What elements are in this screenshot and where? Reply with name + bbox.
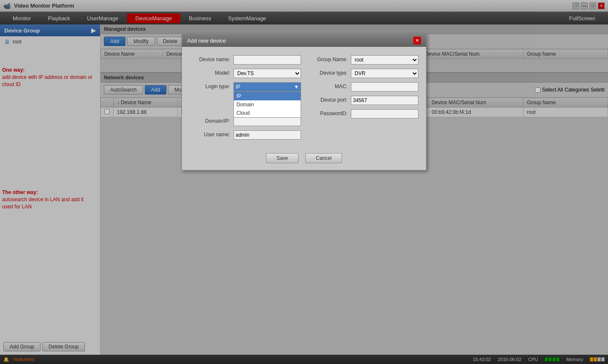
devicetype-select[interactable]: DVR (351, 69, 418, 78)
form-right-col: Group Name: root Device type: DVR MAC: (309, 55, 418, 140)
logintype-option-ip[interactable]: IP (234, 92, 301, 100)
password-label: PasswordD: (309, 109, 347, 116)
logintype-option-cloud[interactable]: Cloud (234, 109, 301, 117)
dialog-body: Device name: Model: Dev.TS Login type: (182, 47, 426, 148)
model-select[interactable]: Dev.TS (233, 69, 301, 78)
dialog-form: Device name: Model: Dev.TS Login type: (192, 55, 416, 140)
username-label: User name: (192, 130, 230, 138)
form-row-password: PasswordD: (309, 109, 418, 119)
model-label: Model: (192, 69, 230, 76)
mac-input[interactable] (351, 82, 418, 92)
mac-label: MAC: (309, 82, 347, 89)
form-row-mac: MAC: (309, 82, 418, 92)
form-row-model: Model: Dev.TS (192, 69, 301, 78)
deviceport-input[interactable] (351, 96, 418, 105)
domainip-label: Domain/IP: (192, 117, 230, 124)
dialog-title-text: Add new device (187, 38, 226, 44)
dialog-title-bar: Add new device ✕ (182, 34, 426, 47)
form-row-devicetype: Device type: DVR (309, 69, 418, 78)
cancel-button[interactable]: Cancel (305, 153, 342, 163)
add-device-dialog: Add new device ✕ Device name: Model: Dev… (182, 34, 426, 170)
save-button[interactable]: Save (266, 153, 299, 163)
logintype-selected[interactable]: IP ▼ (233, 82, 301, 92)
form-row-groupname: Group Name: root (309, 55, 418, 65)
devicename-label: Device name: (192, 55, 230, 62)
username-input[interactable] (233, 130, 301, 140)
groupname-select[interactable]: root (351, 55, 418, 65)
form-row-deviceport: Device port: (309, 96, 418, 105)
groupname-label: Group Name: (309, 55, 347, 62)
devicetype-label: Device type: (309, 69, 347, 76)
dialog-close-button[interactable]: ✕ (413, 37, 421, 44)
password-input[interactable] (351, 109, 418, 119)
deviceport-label: Device port: (309, 96, 347, 103)
form-row-domainip: Domain/IP: (192, 117, 301, 126)
dialog-overlay: Add new device ✕ Device name: Model: Dev… (0, 0, 608, 364)
domainip-input[interactable] (233, 117, 301, 126)
form-row-logintype: Login type: IP ▼ IP Domain Cloud (192, 82, 301, 92)
form-row-username: User name: (192, 130, 301, 140)
logintype-label: Login type: (192, 82, 230, 89)
dialog-footer: Save Cancel (182, 148, 426, 170)
logintype-dropdown[interactable]: IP ▼ IP Domain Cloud (233, 82, 301, 92)
logintype-list: IP Domain Cloud (233, 92, 301, 118)
devicename-input[interactable] (233, 55, 301, 65)
logintype-option-domain[interactable]: Domain (234, 100, 301, 109)
form-left-col: Device name: Model: Dev.TS Login type: (192, 55, 301, 140)
form-row-devicename: Device name: (192, 55, 301, 65)
